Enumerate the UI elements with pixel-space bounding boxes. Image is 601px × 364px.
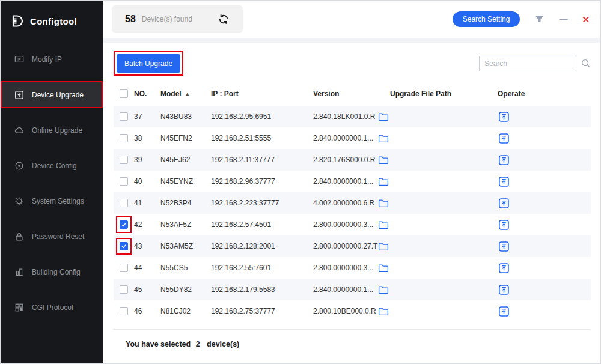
sidebar-item-system-settings[interactable]: System Settings [1,183,103,219]
device-table: NO. Model▲ IP : Port Version Upgrade Fil… [114,82,591,322]
device-table-body: 37N43BU83192.168.2.95:69512.840.18LK001.… [114,106,591,322]
row-checkbox[interactable] [120,177,128,186]
col-header-model[interactable]: Model▲ [160,82,211,106]
sidebar-item-label: Building Config [32,268,81,276]
sidebar-item-cgi-protocol[interactable]: CGI Protocol [1,290,103,325]
upgrade-upload-icon[interactable] [499,285,509,295]
sidebar-item-online-upgrade[interactable]: Online Upgrade [1,112,103,148]
row-checkbox-annotation [116,108,132,125]
col-header-no[interactable]: NO. [134,82,160,106]
sidebar-item-building-config[interactable]: Building Config [1,254,103,290]
folder-browse-icon[interactable] [378,156,389,165]
window-controls: Search Setting — ✕ [453,11,590,27]
folder-browse-icon[interactable] [378,112,389,121]
app-logo: Configtool [1,1,103,41]
row-checkbox-annotation [116,216,132,233]
minimize-button[interactable]: — [559,15,567,23]
device-row: 42N53AF5Z192.168.2.57:45012.800.0000000.… [114,214,591,235]
row-checkbox-annotation [116,238,132,255]
row-model: N43BU83 [160,106,211,127]
row-version: 2.840.0000000.1... [313,127,373,149]
upgrade-upload-icon[interactable] [499,177,509,187]
sidebar-item-password-reset[interactable]: Password Reset [1,219,103,254]
app-window: Configtool IPModify IPDevice UpgradeOnli… [0,0,601,364]
search-icon[interactable] [581,58,591,68]
folder-browse-icon[interactable] [378,264,389,273]
selected-count: 2 [196,340,200,348]
row-checkbox[interactable] [120,307,128,315]
row-no: 42 [134,214,160,235]
building-config-icon [14,267,24,277]
row-version: 4.002.0000000.6.R [313,192,373,214]
row-no: 45 [134,279,160,300]
row-checkbox[interactable] [120,285,128,294]
row-model: N53AM5Z [160,235,211,257]
row-model: N45EYNZ [160,171,211,192]
device-row: 41N52B3P4192.168.2.223:377774.002.000000… [114,192,591,214]
upgrade-upload-icon[interactable] [499,133,509,144]
upgrade-upload-icon[interactable] [499,155,509,165]
folder-browse-icon[interactable] [378,177,389,186]
row-no: 43 [134,235,160,257]
col-header-version[interactable]: Version [313,82,373,106]
modify-ip-icon: IP [14,55,24,64]
row-checkbox[interactable] [120,220,128,229]
row-version: 2.840.18LK001.0.R [313,106,373,127]
row-checkbox[interactable] [120,112,128,121]
selected-suffix: device(s) [207,340,239,348]
search-input[interactable] [479,56,576,71]
row-checkbox[interactable] [120,156,128,164]
filter-icon[interactable] [534,15,545,23]
sidebar-item-label: System Settings [32,197,84,205]
upgrade-upload-icon[interactable] [499,241,509,252]
row-checkbox[interactable] [120,199,128,207]
topbar: 58 Device(s) found Search Setting — [103,1,600,43]
upgrade-upload-icon[interactable] [499,220,509,230]
row-checkbox[interactable] [120,242,128,250]
batch-upgrade-button[interactable]: Batch Upgrade [117,54,180,73]
row-ip-port: 192.168.2.75:37777 [211,300,313,322]
folder-browse-icon[interactable] [378,307,389,316]
close-button[interactable]: ✕ [582,15,590,24]
folder-browse-icon[interactable] [378,134,389,143]
row-ip-port: 192.168.2.51:5555 [211,127,313,149]
row-checkbox[interactable] [120,134,128,142]
row-ip-port: 192.168.2.55:7601 [211,257,313,279]
device-upgrade-icon [14,90,24,100]
sort-ascending-icon[interactable]: ▲ [185,91,190,97]
row-model: N45EJ62 [160,149,211,171]
row-ip-port: 192.168.2.95:6951 [211,106,313,127]
device-row: 38N45EFN2192.168.2.51:55552.840.0000000.… [114,127,591,149]
select-all-checkbox[interactable] [120,89,128,98]
sidebar-item-device-config[interactable]: Device Config [1,148,103,183]
row-no: 41 [134,192,160,214]
row-checkbox[interactable] [120,264,128,272]
upgrade-upload-icon[interactable] [499,198,509,208]
selected-prefix: You have selected [126,340,191,348]
upgrade-upload-icon[interactable] [499,112,509,122]
device-row: 45N55DY82192.168.2.179:55832.840.0000000… [114,279,591,300]
sidebar-item-modify-ip[interactable]: IPModify IP [1,41,103,77]
folder-browse-icon[interactable] [378,242,389,251]
row-no: 38 [134,127,160,149]
folder-browse-icon[interactable] [378,199,389,208]
sidebar-item-label: Online Upgrade [32,126,82,135]
sidebar-menu: IPModify IPDevice UpgradeOnline UpgradeD… [1,41,103,325]
sidebar-item-device-upgrade[interactable]: Device Upgrade [1,81,103,108]
folder-browse-icon[interactable] [378,285,389,294]
main-area: 58 Device(s) found Search Setting — [103,1,600,363]
row-checkbox-annotation [116,173,132,190]
table-header-row: NO. Model▲ IP : Port Version Upgrade Fil… [114,82,591,106]
system-settings-icon [14,196,24,206]
folder-browse-icon[interactable] [378,220,389,229]
upgrade-upload-icon[interactable] [499,306,509,317]
upgrade-upload-icon[interactable] [499,263,509,273]
refresh-icon[interactable] [218,13,230,25]
app-title: Configtool [30,16,77,26]
row-checkbox-annotation [116,303,132,320]
search-setting-button[interactable]: Search Setting [453,11,520,27]
col-header-ip-port[interactable]: IP : Port [211,82,313,106]
row-version: 2.840.0000000.1... [313,279,373,300]
row-no: 46 [134,300,160,322]
toolbar: Batch Upgrade [114,51,591,76]
